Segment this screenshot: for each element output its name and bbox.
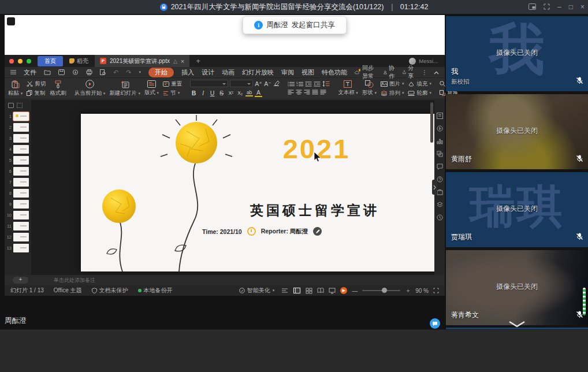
text-box-button[interactable]: 文本框 ▾	[338, 80, 358, 96]
thumbnail-row[interactable]: 6	[5, 166, 31, 177]
paste-button[interactable]: 粘贴 ▾	[8, 80, 23, 97]
cut-button[interactable]: 剪切	[27, 80, 46, 88]
open-icon[interactable]	[44, 69, 51, 75]
notes-placeholder[interactable]: 单击此处添加备注	[54, 277, 95, 284]
thumbnail-row[interactable]: 11	[5, 221, 31, 232]
slideshow-play-button[interactable]: ▶	[340, 287, 347, 294]
slides-view-icon[interactable]	[8, 103, 14, 108]
hamburger-icon[interactable]	[10, 70, 16, 75]
justify-icon[interactable]	[312, 90, 318, 96]
participant-tile[interactable]: 瑞琪 摄像头已关闭 贾瑞琪	[446, 172, 588, 247]
font-size-select[interactable]	[230, 80, 253, 87]
theme-label[interactable]: Office 主题	[54, 287, 82, 295]
share-button[interactable]: 分享	[403, 64, 415, 80]
undo-icon[interactable]: ↶	[113, 69, 118, 76]
export-icon[interactable]	[72, 69, 79, 75]
close-dot-icon[interactable]	[9, 59, 14, 64]
tab-home[interactable]: 首页	[38, 56, 63, 66]
comment-pane-icon[interactable]	[437, 163, 443, 170]
zoom-slider-thumb[interactable]	[382, 288, 387, 293]
zoom-in-button[interactable]: ＋	[405, 287, 411, 295]
normal-view-icon[interactable]	[293, 287, 301, 294]
animation-pane-icon[interactable]	[437, 125, 443, 132]
picture-button[interactable]: 图片 ▾	[381, 80, 404, 88]
decrease-font-icon[interactable]: A⁻	[264, 80, 271, 87]
thumbnail-row[interactable]: 10	[5, 210, 31, 221]
menu-slideshow[interactable]: 幻灯片放映	[242, 68, 274, 77]
bullets-icon[interactable]	[288, 81, 295, 88]
menu-start[interactable]: 开始	[148, 68, 174, 77]
menu-special[interactable]: 特色功能	[322, 68, 347, 77]
menu-file[interactable]: 文件	[24, 68, 36, 77]
play-from-current-button[interactable]: 从当前开始 ▾	[75, 80, 106, 97]
align-left-icon[interactable]	[288, 90, 294, 96]
thumbnail-row[interactable]: 12	[5, 232, 31, 243]
help-pane-icon[interactable]	[437, 176, 443, 183]
participant-tile-self[interactable]: 我 摄像头已关闭 我 新校招	[446, 16, 588, 91]
account-chip[interactable]: Messi...	[409, 58, 440, 65]
thumbnail-row[interactable]: 5	[5, 155, 31, 166]
shapes-button[interactable]: 形状 ▾	[362, 80, 377, 96]
thumbnail-row[interactable]: 9	[5, 199, 31, 210]
copy-button[interactable]: 复制	[27, 90, 46, 97]
distribute-icon[interactable]	[320, 90, 326, 96]
layers-pane-icon[interactable]	[437, 202, 443, 208]
maximize-icon[interactable]: □	[569, 3, 573, 10]
bold-button[interactable]: B	[190, 90, 198, 96]
menu-view[interactable]: 视图	[302, 68, 314, 77]
subscript-button[interactable]: X₂	[236, 90, 244, 96]
selection-pane-icon[interactable]	[437, 151, 443, 157]
increase-indent-icon[interactable]	[314, 81, 321, 88]
print-icon[interactable]	[86, 69, 92, 75]
thumbnail-row[interactable]: 8	[5, 188, 31, 199]
collapse-ribbon-icon[interactable]	[434, 69, 439, 76]
section-button[interactable]: 节 ▾	[163, 90, 182, 97]
tab-docer[interactable]: 稻壳	[67, 57, 91, 65]
outline-button[interactable]: 轮廓 ▾	[408, 90, 431, 97]
arrange-button[interactable]: 排列 ▾	[381, 90, 404, 97]
new-slide-button[interactable]: 新建幻灯片 ▾	[109, 80, 140, 97]
strikethrough-button[interactable]: S	[218, 90, 225, 96]
save-icon[interactable]	[58, 69, 65, 75]
fit-screen-icon[interactable]	[433, 288, 439, 293]
reset-button[interactable]: 重置	[163, 80, 182, 88]
slide-canvas[interactable]: 2021 英国硕士留学宣讲 Time: 2021/10 Reporter: 周酝…	[81, 114, 438, 271]
menu-insert[interactable]: 插入	[181, 68, 194, 77]
thumbnail-row[interactable]: 3	[5, 133, 31, 144]
menu-animation[interactable]: 动画	[222, 68, 235, 77]
thumbnail-row[interactable]: 4	[5, 144, 31, 155]
format-painter-button[interactable]: 格式刷	[50, 80, 66, 97]
sync-status[interactable]: 同步异常	[355, 64, 377, 80]
properties-icon[interactable]	[437, 113, 443, 119]
thumbnail-row[interactable]: 13	[5, 243, 31, 254]
close-icon[interactable]: ×	[580, 3, 585, 10]
minimize-dot-icon[interactable]	[18, 59, 23, 64]
tab-document[interactable]: P 2021英硕留学宣讲.pptx △ ×	[95, 55, 189, 67]
canvas-scrollbar[interactable]	[430, 102, 433, 143]
scroll-down-chevron[interactable]	[507, 319, 526, 328]
protection-status[interactable]: 文档未保护	[92, 287, 128, 295]
layout-button[interactable]: 版式 ▾	[144, 80, 159, 96]
collaborate-button[interactable]: 协作	[384, 64, 396, 80]
minimize-icon[interactable]: –	[557, 3, 561, 10]
reading-view-icon[interactable]	[317, 288, 324, 293]
zoom-slider[interactable]	[362, 290, 400, 291]
numbering-icon[interactable]	[296, 81, 303, 88]
menu-review[interactable]: 审阅	[281, 68, 294, 77]
increase-font-icon[interactable]: A⁺	[255, 80, 262, 87]
quickbar-caret-icon[interactable]: ▾	[139, 70, 141, 75]
superscript-button[interactable]: X²	[227, 90, 235, 96]
panel-collapse-chevron[interactable]	[432, 180, 437, 195]
backup-status[interactable]: 本地备份开	[138, 287, 173, 295]
highlight-color-button[interactable]: ab	[245, 90, 253, 96]
font-family-select[interactable]	[190, 80, 228, 87]
backup-pane-icon[interactable]	[437, 214, 443, 221]
smart-beautify-button[interactable]: 智能美化▾	[239, 287, 275, 295]
clear-format-icon[interactable]	[273, 80, 280, 87]
align-center-icon[interactable]	[296, 90, 302, 96]
thumbnail-row[interactable]: 7	[5, 177, 31, 188]
decrease-indent-icon[interactable]	[305, 81, 312, 88]
menu-design[interactable]: 设计	[202, 68, 214, 77]
underline-button[interactable]: U	[209, 90, 216, 96]
chat-bubble-button[interactable]	[430, 318, 440, 329]
